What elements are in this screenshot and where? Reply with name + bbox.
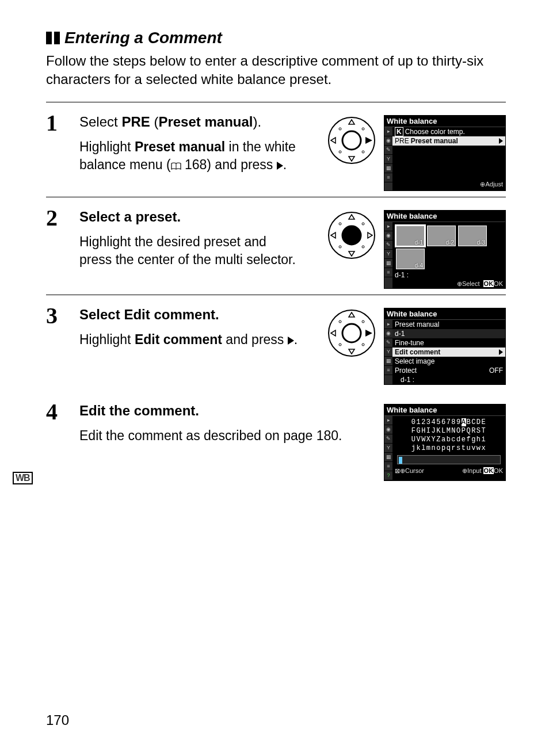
page-number: 170: [46, 712, 69, 728]
screen-title: White balance: [384, 116, 505, 127]
menu-row-edit-comment: Edit comment: [392, 348, 505, 357]
preset-d1: d-1: [396, 226, 425, 246]
screen-title: White balance: [384, 308, 505, 320]
camera-screen-4: White balance ▸◉✎Y▦≡? 0123456789ABCDE FG…: [384, 404, 506, 481]
svg-point-2: [342, 131, 361, 150]
svg-point-22: [342, 324, 361, 342]
section-heading: Entering a Comment: [46, 29, 506, 47]
preset-d3: d-3: [458, 226, 487, 246]
preset-label: d-1 :: [392, 270, 505, 280]
char-grid-row: 0123456789ABCDE: [392, 418, 505, 427]
right-arrow-icon: [277, 162, 283, 170]
menu-row: d-1 :: [392, 375, 505, 384]
step-number: 1: [46, 112, 69, 191]
menu-row: Fine-tune: [392, 338, 505, 348]
step-body: Highlight Preset manual in the white bal…: [79, 138, 298, 174]
menu-row-preset-manual: PREPreset manual: [392, 136, 505, 146]
camera-screen-1: White balance ▸◉✎Y▦≡ KChoose color temp.…: [384, 115, 506, 191]
heading-text: Entering a Comment: [64, 29, 222, 47]
preset-d2: d-2: [427, 226, 456, 246]
menu-row: ProtectOFF: [392, 366, 505, 375]
svg-point-12: [342, 226, 361, 245]
multi-selector-icon: [326, 308, 377, 358]
screen-title: White balance: [384, 404, 505, 416]
step-number: 3: [46, 304, 69, 385]
camera-screen-3: White balance ▸◉✎Y▦≡ Preset manual d-1 F…: [384, 308, 506, 385]
camera-screen-2: White balance ▸◉✎Y▦≡ d-1 d-2 d-3 d-4 d-1…: [384, 210, 506, 289]
screen-sidebar: ▸◉✎Y▦≡: [384, 127, 392, 190]
screen-footer: ⊕Select OKOK: [392, 280, 505, 288]
step-title: Edit the comment.: [79, 403, 373, 419]
screen-footer: ⊕Adjust: [392, 180, 505, 189]
step-title: Select Edit comment.: [79, 307, 316, 323]
step-1: 1 Select PRE (Preset manual). Highlight …: [46, 102, 506, 197]
text-input-line: [397, 455, 501, 464]
menu-row-colortemp: KChoose color temp.: [392, 127, 505, 136]
step-title: Select PRE (Preset manual).: [79, 114, 316, 130]
screen-title: White balance: [384, 211, 505, 222]
step-body: Edit the comment as described on page 18…: [79, 427, 350, 445]
step-2: 2 Select a preset. Highlight the desired…: [46, 197, 506, 295]
menu-row: d-1: [392, 329, 505, 338]
intro-text: Follow the steps below to enter a descri…: [46, 52, 506, 89]
char-grid-row: UVWXYZabcdefghi: [392, 436, 505, 444]
step-body: Highlight the desired preset and press t…: [79, 233, 298, 269]
multi-selector-icon: [326, 210, 377, 261]
wb-badge-icon: WB: [13, 472, 33, 484]
step-body: Highlight Edit comment and press .: [79, 331, 298, 349]
preset-thumbnails: d-1 d-2 d-3 d-4: [392, 222, 505, 270]
menu-row: Preset manual: [392, 320, 505, 329]
screen-footer: ⊠⊕Cursor ⊕Input OKOK: [392, 467, 505, 475]
chevron-right-icon: [499, 138, 503, 144]
screen-sidebar: ▸◉✎Y▦≡?: [384, 416, 392, 480]
chevron-right-icon: [499, 349, 503, 355]
step-4: 4 Edit the comment. Edit the comment as …: [46, 391, 506, 487]
step-number: 2: [46, 207, 69, 289]
char-grid-row: jklmnopqrstuvwx: [392, 444, 505, 453]
menu-row: Select image: [392, 357, 505, 366]
step-3: 3 Select Edit comment. Highlight Edit co…: [46, 295, 506, 391]
char-grid-row: FGHIJKLMNOPQRST: [392, 427, 505, 436]
heading-bullet-icon: [46, 32, 60, 44]
multi-selector-icon: [326, 115, 377, 166]
screen-sidebar: ▸◉✎Y▦≡: [384, 320, 392, 384]
right-arrow-icon: [288, 337, 294, 345]
book-icon: [171, 162, 181, 170]
preset-d4: d-4: [396, 249, 425, 269]
step-title: Select a preset.: [79, 209, 316, 225]
screen-sidebar: ▸◉✎Y▦≡: [384, 222, 392, 288]
step-number: 4: [46, 400, 69, 481]
